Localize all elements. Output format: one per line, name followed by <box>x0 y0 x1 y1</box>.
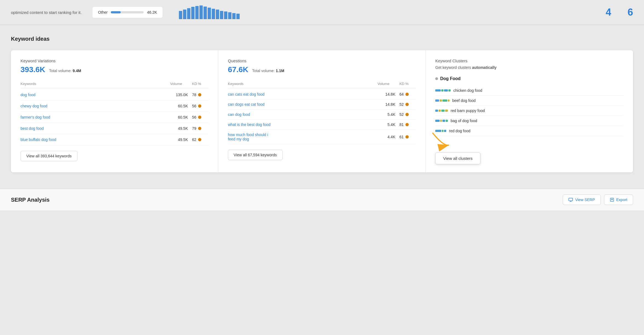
cluster-item: beef dog food <box>435 96 623 106</box>
chart-bar <box>212 9 215 19</box>
cluster-item-label: red dog food <box>449 129 471 133</box>
chart-bar <box>216 10 219 19</box>
questions-volume: Total volume: 1.1M <box>252 69 285 73</box>
chart-bar <box>195 6 199 19</box>
cluster-item-label: chicken dog food <box>453 88 482 93</box>
progress-bar-fill <box>111 11 121 13</box>
view-all-questions-button[interactable]: View all 67,594 keywords <box>228 150 283 160</box>
keyword-ideas-title: Keyword ideas <box>11 36 633 42</box>
variations-header: Keyword Variations 393.6K Total volume: … <box>21 58 208 74</box>
kd-cell: 62 <box>192 137 208 142</box>
keyword-link[interactable]: what is the best dog food <box>228 122 378 127</box>
page-wrapper: optimized content to start ranking for i… <box>0 0 644 335</box>
kd-value: 81 <box>399 122 404 127</box>
keyword-link[interactable]: can dog food <box>228 112 378 117</box>
keyword-link[interactable]: farmer's dog food <box>21 115 170 119</box>
questions-header: Questions 67.6K Total volume: 1.1M <box>228 58 416 74</box>
kd-cell: 56 <box>192 115 208 119</box>
bar-chart <box>173 5 245 19</box>
cluster-bar-seg <box>435 89 441 92</box>
cluster-bar-seg <box>435 130 441 132</box>
cluster-bar-seg <box>448 89 451 92</box>
keyword-volume: 14.8K <box>378 92 399 96</box>
table-row: blue buffalo dog food 49.5K 62 <box>21 134 208 145</box>
kd-cell: 78 <box>192 93 208 97</box>
kd-cell: 61 <box>399 135 416 139</box>
monitor-icon <box>568 198 573 202</box>
view-all-variations-button[interactable]: View all 393,644 keywords <box>21 151 77 161</box>
keyword-link[interactable]: how much food should i feed my dog <box>228 133 378 141</box>
kd-value: 78 <box>192 93 196 97</box>
cluster-bar-seg <box>446 120 448 122</box>
keyword-line2: feed my dog <box>228 137 378 141</box>
keyword-volume: 60.5K <box>170 115 192 119</box>
header-volume: Volume <box>170 82 192 86</box>
cluster-bar-seg <box>441 89 443 92</box>
keyword-link[interactable]: dog food <box>21 93 170 97</box>
cluster-bar-seg <box>442 99 447 102</box>
cluster-item-label: bag of dog food <box>451 119 477 123</box>
questions-count: 67.6K <box>228 65 248 74</box>
keyword-link[interactable]: chewy dog food <box>21 104 170 108</box>
cluster-bar-seg <box>441 110 445 112</box>
chart-bar <box>228 12 231 19</box>
chart-bar <box>208 8 211 19</box>
keyword-link[interactable]: blue buffalo dog food <box>21 137 170 142</box>
clusters-subtitle: Keyword Clusters <box>435 58 623 63</box>
kd-value: 56 <box>192 104 196 108</box>
other-value: 46.2K <box>147 10 157 14</box>
chart-bar <box>191 7 195 19</box>
top-bar-text: optimized content to start ranking for i… <box>11 10 82 15</box>
kd-value: 61 <box>399 135 404 139</box>
cluster-item: bag of dog food <box>435 116 623 126</box>
cluster-item: chicken dog food <box>435 86 623 96</box>
table-row: chewy dog food 60.5K 56 <box>21 101 208 112</box>
top-bar: optimized content to start ranking for i… <box>0 0 644 25</box>
top-numbers: 4 6 <box>606 7 633 18</box>
keyword-volume: 60.5K <box>170 104 192 108</box>
kd-value: 56 <box>192 115 196 119</box>
keyword-link[interactable]: can dogs eat cat food <box>228 102 378 107</box>
export-label: Export <box>616 198 627 202</box>
variations-subtitle: Keyword Variations <box>21 58 208 63</box>
serp-analysis-title: SERP Analysis <box>11 197 50 203</box>
q-header-volume: Volume <box>378 82 399 86</box>
chart-bar <box>232 13 236 19</box>
keyword-link[interactable]: can cats eat dog food <box>228 92 378 96</box>
table-row: can cats eat dog food 14.8K 64 <box>228 89 416 99</box>
table-row: how much food should i feed my dog 4.4K … <box>228 130 416 144</box>
chart-bar <box>236 14 240 19</box>
clusters-auto-text: Get keyword clusters automatically <box>435 65 623 70</box>
keyword-volume: 135.0K <box>170 93 192 97</box>
kd-value: 52 <box>399 112 404 117</box>
cluster-bar-group <box>435 120 448 122</box>
kd-dot <box>405 113 409 116</box>
cluster-bar-seg <box>448 99 449 102</box>
keyword-ideas-grid: Keyword Variations 393.6K Total volume: … <box>11 50 633 172</box>
keyword-link[interactable]: best dog food <box>21 126 170 131</box>
cluster-bar-group <box>435 130 446 132</box>
cluster-dot <box>435 77 438 80</box>
view-serp-button[interactable]: View SERP <box>563 195 601 205</box>
serp-buttons: View SERP Export <box>563 195 633 205</box>
number-6: 6 <box>628 7 633 18</box>
kd-value: 64 <box>399 92 404 96</box>
header-kd: KD % <box>192 82 208 86</box>
cluster-bar-seg <box>435 99 439 102</box>
clusters-panel: Keyword Clusters Get keyword clusters au… <box>426 50 633 172</box>
chart-bar <box>179 11 182 19</box>
kd-cell: 52 <box>399 102 416 107</box>
cluster-bar-seg <box>439 110 441 112</box>
chart-bar <box>187 8 190 19</box>
svg-rect-1 <box>569 198 573 201</box>
export-button[interactable]: Export <box>604 195 633 205</box>
cluster-bar-group <box>435 99 449 102</box>
variations-count: 393.6K <box>21 65 45 74</box>
other-row: Other 46.2K <box>92 7 163 18</box>
view-all-clusters-button[interactable]: View all clusters <box>435 152 480 164</box>
cluster-bar-seg <box>444 130 446 132</box>
kd-cell: 64 <box>399 92 416 96</box>
keyword-line1: how much food should i <box>228 133 378 137</box>
other-label: Other <box>98 10 108 14</box>
cluster-bar-group <box>435 110 448 112</box>
